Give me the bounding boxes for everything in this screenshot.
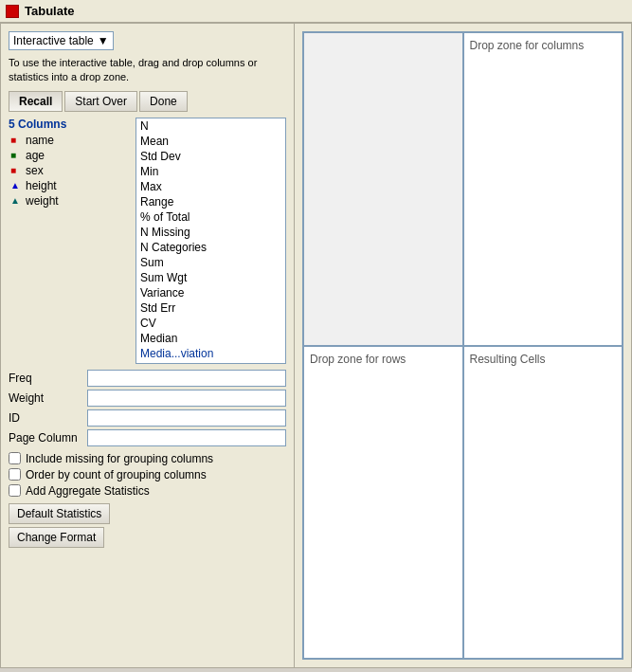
checkbox-order-by-c[interactable]: [9, 468, 21, 481]
column-item-age[interactable]: ■age: [9, 148, 132, 163]
start-over-button[interactable]: Start Over: [64, 91, 137, 112]
table-type-dropdown[interactable]: Interactive table ▼: [9, 31, 114, 50]
field-label-weight: Weight: [9, 391, 84, 405]
tabulate-icon: [6, 5, 19, 18]
statistics-list[interactable]: NMeanStd DevMinMaxRange% of TotalN Missi…: [135, 118, 286, 364]
field-label-freq: Freq: [9, 372, 84, 385]
dropdown-row: Interactive table ▼: [9, 31, 286, 50]
stat-item-%-of-total[interactable]: % of Total: [136, 209, 285, 225]
stat-item-median[interactable]: Median: [136, 331, 285, 346]
columns-list: ■name■age■sex▲height▲weight: [9, 133, 132, 209]
checkbox-label-add-aggreg: Add Aggregate Statistics: [26, 484, 150, 498]
stat-item-min[interactable]: Min: [136, 164, 285, 179]
fields-area: FreqWeightIDPage Column: [9, 370, 286, 446]
action-buttons: Recall Start Over Done: [9, 91, 286, 112]
column-name-sex: sex: [26, 164, 44, 177]
drop-zone-bottom-left-text: Drop zone for rows: [310, 353, 406, 366]
drop-zone-bottom-left[interactable]: Drop zone for rows: [303, 346, 463, 660]
stat-item-range[interactable]: Range: [136, 194, 285, 209]
drop-zone-bottom-right[interactable]: Resulting Cells: [463, 346, 623, 660]
stat-item-n-categories[interactable]: N Categories: [136, 240, 285, 255]
left-panel: Interactive table ▼ To use the interacti…: [1, 24, 295, 667]
checkboxes-area: Include missing for grouping columnsOrde…: [9, 452, 286, 498]
stat-item-n-missing[interactable]: N Missing: [136, 225, 285, 240]
checkbox-row-include-mi: Include missing for grouping columns: [9, 452, 286, 465]
field-label-page-column: Page Column: [9, 431, 84, 445]
column-item-height[interactable]: ▲height: [9, 178, 132, 193]
stat-item-geom...-mean[interactable]: Geom... Mean: [136, 361, 285, 364]
red-icon: ■: [10, 135, 22, 146]
title-bar-text: Tabulate: [25, 4, 75, 18]
column-name-weight: weight: [26, 194, 59, 208]
column-name-height: height: [26, 179, 57, 192]
columns-list-panel: 5 Columns ■name■age■sex▲height▲weight: [9, 118, 132, 364]
default-statistics-button[interactable]: Default Statistics: [9, 503, 110, 524]
column-name-name: name: [26, 134, 54, 147]
field-input-page-column[interactable]: [87, 429, 286, 446]
checkbox-row-add-aggreg: Add Aggregate Statistics: [9, 484, 286, 498]
stat-item-std-err[interactable]: Std Err: [136, 300, 285, 316]
drop-zone-top-right[interactable]: Drop zone for columns: [463, 32, 623, 346]
checkbox-add-aggreg[interactable]: [9, 484, 21, 497]
done-button[interactable]: Done: [139, 91, 188, 112]
column-name-age: age: [26, 149, 45, 162]
dropdown-arrow-icon: ▼: [98, 34, 109, 47]
stat-item-n[interactable]: N: [136, 118, 285, 134]
stat-item-sum-wgt[interactable]: Sum Wgt: [136, 270, 285, 285]
instruction-text: To use the interactive table, drag and d…: [9, 56, 286, 85]
change-format-button[interactable]: Change Format: [9, 527, 104, 548]
blue-icon: ▲: [10, 180, 22, 191]
stat-item-sum[interactable]: Sum: [136, 255, 285, 270]
column-item-name[interactable]: ■name: [9, 133, 132, 148]
recall-button[interactable]: Recall: [9, 91, 63, 112]
bottom-buttons: Default Statistics Change Format: [9, 503, 286, 548]
field-input-weight[interactable]: [87, 390, 286, 407]
drop-zone-bottom-right-text: Resulting Cells: [470, 353, 546, 366]
checkbox-label-include-mi: Include missing for grouping columns: [26, 452, 213, 465]
drop-zone-top-left[interactable]: [303, 32, 463, 346]
column-item-weight[interactable]: ▲weight: [9, 193, 132, 209]
stat-item-mean[interactable]: Mean: [136, 134, 285, 149]
teal-icon: ▲: [10, 195, 22, 207]
checkbox-row-order-by-c: Order by count of grouping columns: [9, 468, 286, 481]
stat-item-media...viation[interactable]: Media...viation: [136, 346, 285, 361]
stat-item-std-dev[interactable]: Std Dev: [136, 149, 285, 164]
stat-item-variance[interactable]: Variance: [136, 285, 285, 300]
field-input-freq[interactable]: [87, 370, 286, 387]
title-bar: Tabulate: [0, 0, 632, 23]
right-panel: Drop zone for columns Drop zone for rows…: [295, 24, 631, 667]
column-item-sex[interactable]: ■sex: [9, 163, 132, 178]
red-icon: ■: [10, 165, 22, 176]
main-container: Interactive table ▼ To use the interacti…: [0, 23, 632, 668]
checkbox-label-order-by-c: Order by count of grouping columns: [26, 468, 207, 481]
stat-item-max[interactable]: Max: [136, 179, 285, 194]
columns-header: 5 Columns: [9, 118, 132, 131]
drop-zone-top-right-text: Drop zone for columns: [470, 39, 585, 52]
table-type-label: Interactive table: [13, 34, 94, 47]
columns-area: 5 Columns ■name■age■sex▲height▲weight NM…: [9, 118, 286, 364]
green-icon: ■: [10, 150, 22, 161]
stat-item-cv[interactable]: CV: [136, 316, 285, 331]
checkbox-include-mi[interactable]: [9, 452, 21, 464]
field-input-id[interactable]: [87, 409, 286, 427]
field-label-id: ID: [9, 411, 84, 425]
drop-zones-container: Drop zone for columns Drop zone for rows…: [302, 31, 623, 660]
